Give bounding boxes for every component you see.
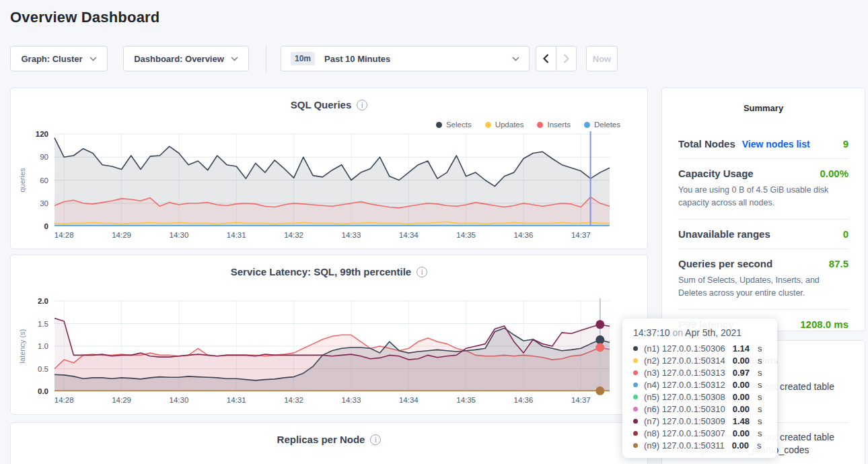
- svg-text:14:33: 14:33: [342, 231, 361, 239]
- summary-row: Capacity Usage0.00%: [678, 168, 848, 179]
- tooltip-row: (n2) 127.0.0.1:503140.00s: [633, 354, 766, 366]
- tooltip-node-unit: s: [758, 416, 762, 426]
- summary-label: Capacity Usage: [678, 168, 754, 179]
- svg-text:1.5: 1.5: [38, 320, 48, 328]
- svg-text:queries: queries: [18, 168, 26, 193]
- svg-text:0.0: 0.0: [38, 387, 48, 395]
- sql-queries-chart[interactable]: 120906030014:2814:2914:3014:3114:3214:33…: [11, 88, 647, 248]
- summary-row: Total NodesView nodes list9: [678, 138, 848, 150]
- node-color-dot-icon: [633, 419, 638, 424]
- tooltip-node-label: (n4) 127.0.0.1:50312: [644, 380, 725, 390]
- svg-text:14:34: 14:34: [399, 231, 419, 239]
- tooltip-node-label: (n1) 127.0.0.1:50306: [644, 343, 725, 354]
- node-color-dot-icon: [633, 383, 638, 387]
- tooltip-node-unit: s: [758, 428, 762, 438]
- svg-text:14:35: 14:35: [456, 396, 476, 404]
- tooltip-node-value: 0.00: [733, 404, 750, 414]
- tooltip-node-value: 0.00: [733, 356, 750, 366]
- summary-value: 9: [843, 138, 848, 150]
- now-button[interactable]: Now: [586, 46, 618, 71]
- dashboard-dropdown[interactable]: Dashboard: Overview: [123, 46, 249, 71]
- overview-dashboard-page: Overview Dashboard Graph: Cluster Dashbo…: [0, 0, 868, 464]
- tooltip-row: (n4) 127.0.0.1:503120.00s: [633, 378, 766, 391]
- tooltip-node-label: (n9) 127.0.0.1:50311: [644, 440, 725, 451]
- graph-dropdown[interactable]: Graph: Cluster: [10, 46, 108, 71]
- replicas-per-node-title-text: Replicas per Node: [277, 434, 365, 445]
- summary-value: 0.00%: [820, 168, 848, 179]
- replicas-per-node-card: Replicas per Node i: [10, 422, 648, 464]
- tooltip-row: (n1) 127.0.0.1:503061.14s: [633, 342, 766, 354]
- chevron-left-icon: [543, 54, 549, 63]
- tooltip-row: (n7) 127.0.0.1:503091.48s: [633, 415, 766, 427]
- node-color-dot-icon: [633, 395, 638, 399]
- summary-value: 1208.0 ms: [800, 319, 848, 330]
- service-latency-card: Service Latency: SQL, 99th percentile i …: [10, 255, 648, 415]
- tooltip-node-value: 0.97: [733, 368, 750, 378]
- summary-label: Total Nodes: [678, 138, 735, 150]
- summary-panel: Summary Total NodesView nodes list9Capac…: [661, 88, 865, 331]
- node-color-dot-icon: [633, 443, 638, 448]
- summary-label: Unavailable ranges: [678, 228, 770, 240]
- tooltip-rows: (n1) 127.0.0.1:503061.14s(n2) 127.0.0.1:…: [633, 342, 766, 451]
- summary-row: Queries per second87.5: [678, 258, 848, 269]
- svg-text:0: 0: [44, 222, 48, 230]
- svg-text:30: 30: [40, 199, 48, 207]
- graph-dropdown-label: Graph: Cluster: [21, 54, 82, 64]
- svg-text:90: 90: [40, 153, 48, 161]
- svg-text:14:34: 14:34: [399, 396, 419, 404]
- dashboard-dropdown-label: Dashboard: Overview: [134, 54, 224, 64]
- tooltip-row: (n9) 127.0.0.1:503110.00s: [633, 439, 766, 451]
- svg-text:14:28: 14:28: [55, 231, 74, 239]
- svg-text:14:28: 14:28: [55, 396, 74, 404]
- chevron-down-icon: [89, 57, 97, 61]
- node-color-dot-icon: [633, 370, 638, 375]
- chevron-down-icon: [512, 57, 519, 61]
- svg-text:14:36: 14:36: [514, 396, 534, 404]
- info-icon[interactable]: i: [370, 434, 381, 445]
- view-nodes-link[interactable]: View nodes list: [742, 139, 810, 150]
- node-color-dot-icon: [633, 431, 638, 436]
- summary-description: You are using 0 B of 4.5 GiB usable disk…: [678, 184, 848, 210]
- node-color-dot-icon: [633, 358, 638, 363]
- tooltip-row: (n6) 127.0.0.1:503100.00s: [633, 403, 766, 415]
- tooltip-date: Apr 5th, 2021: [685, 327, 742, 338]
- svg-text:14:33: 14:33: [342, 396, 361, 404]
- time-range-badge: 10m: [291, 52, 315, 65]
- tooltip-node-value: 0.00: [733, 392, 750, 402]
- time-nav-group: [536, 46, 577, 71]
- node-color-dot-icon: [633, 346, 638, 351]
- summary-label: Queries per second: [678, 258, 772, 269]
- svg-text:14:37: 14:37: [571, 231, 591, 239]
- svg-text:14:31: 14:31: [227, 396, 246, 404]
- tooltip-row: (n5) 127.0.0.1:503080.00s: [633, 391, 766, 403]
- toolbar-divider: [266, 44, 266, 73]
- tooltip-time: 14:37:10: [633, 327, 670, 338]
- summary-value: 87.5: [829, 258, 848, 269]
- service-latency-chart[interactable]: 2.01.51.00.50.014:2814:2914:3014:3114:32…: [11, 255, 647, 414]
- tooltip-node-label: (n3) 127.0.0.1:50313: [644, 368, 725, 378]
- tooltip-node-label: (n7) 127.0.0.1:50309: [644, 416, 725, 426]
- time-next-button[interactable]: [556, 46, 577, 71]
- tooltip-row: (n8) 127.0.0.1:503070.00s: [633, 427, 766, 439]
- svg-text:1.0: 1.0: [38, 342, 48, 350]
- tooltip-node-value: 0.00: [732, 440, 749, 451]
- svg-text:latency (s): latency (s): [18, 329, 26, 364]
- tooltip-node-value: 0.00: [733, 428, 750, 438]
- tooltip-node-label: (n5) 127.0.0.1:50308: [644, 392, 725, 402]
- svg-text:2.0: 2.0: [38, 297, 48, 305]
- svg-text:120: 120: [36, 130, 48, 138]
- svg-text:14:29: 14:29: [112, 396, 131, 404]
- svg-text:60: 60: [40, 176, 48, 185]
- svg-text:14:32: 14:32: [284, 231, 303, 239]
- node-color-dot-icon: [633, 407, 638, 411]
- time-range-label: Past 10 Minutes: [324, 54, 390, 64]
- summary-section: Queries per second87.5Sum of Selects, Up…: [678, 248, 848, 309]
- tooltip-node-unit: s: [757, 440, 762, 451]
- time-range-dropdown[interactable]: 10m Past 10 Minutes: [281, 46, 530, 71]
- svg-text:0.5: 0.5: [38, 365, 48, 373]
- summary-value: 0: [843, 228, 848, 240]
- tooltip-row: (n3) 127.0.0.1:503130.97s: [633, 366, 766, 378]
- time-prev-button[interactable]: [536, 46, 556, 71]
- tooltip-conj: on: [670, 327, 686, 338]
- summary-section: Capacity Usage0.00%You are using 0 B of …: [678, 158, 848, 219]
